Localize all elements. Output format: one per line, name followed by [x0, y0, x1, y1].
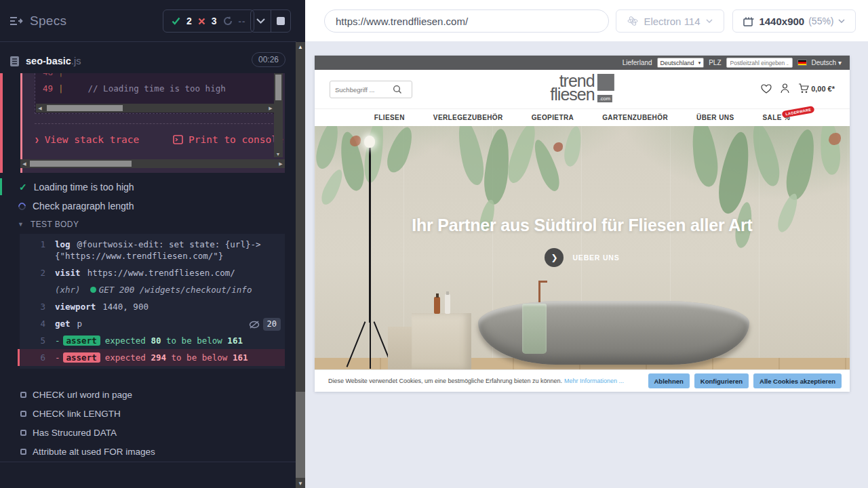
reporter-panel: Specs 2 3 -- seo-b	[0, 0, 305, 488]
test-row-running[interactable]: Check paragraph length	[0, 197, 296, 215]
code-line-partial: 48|	[35, 73, 275, 80]
command-body: (xhr)GET 200 /widgets/checkout/info	[55, 284, 281, 296]
scrollbar-thumb[interactable]	[296, 392, 305, 478]
scroll-left-icon[interactable]: ◀	[20, 161, 28, 167]
command-row-assert-passed[interactable]: 5 -assertexpected 80 to be below 161	[20, 332, 285, 349]
nav-item[interactable]: ÜBER UNS	[696, 114, 734, 121]
run-controls	[250, 9, 291, 33]
command-row[interactable]: 2 visithttps://www.trendfliesen.com/	[20, 264, 285, 281]
cookie-accept-button[interactable]: Alle Cookies akzeptieren	[753, 373, 842, 388]
scroll-down-icon[interactable]: ▼	[296, 481, 305, 487]
cookie-configure-button[interactable]: Konfigurieren	[694, 373, 749, 388]
status-dot-icon	[90, 287, 96, 293]
url-input[interactable]	[324, 9, 609, 33]
command-message: 1440, 900	[102, 302, 149, 312]
soap-bottle	[434, 297, 440, 314]
scroll-down-icon[interactable]: ▼	[274, 152, 282, 157]
failed-x-icon	[198, 18, 205, 25]
scroll-up-icon[interactable]: ▲	[296, 44, 305, 50]
search-input[interactable]	[330, 86, 393, 94]
passed-check-icon	[172, 17, 180, 25]
country-select[interactable]: Deutschland▾	[657, 58, 705, 68]
nav-item[interactable]: GEOPIETRA	[532, 114, 574, 121]
reporter-header: Specs 2 3 --	[0, 0, 296, 42]
leaf-decoration	[454, 126, 488, 187]
scroll-right-icon[interactable]: ▶	[277, 161, 285, 167]
chevron-down-icon	[706, 19, 713, 23]
scrollbar-thumb[interactable]	[47, 105, 123, 111]
reporter-scrollbar[interactable]: ▲ ▼	[296, 42, 305, 488]
pending-test-row[interactable]: Attribute alt used FOR images	[0, 442, 296, 461]
pending-checkbox-icon	[20, 449, 26, 455]
pending-test-row[interactable]: CHECK link LENGTH	[0, 404, 296, 423]
shipping-label: Lieferland	[623, 59, 652, 66]
bathtub	[478, 301, 749, 365]
test-row-passed[interactable]: ✓ Loading time is too high	[0, 178, 296, 196]
test-body-section-header[interactable]: ▼ TEST BODY	[0, 216, 296, 233]
error-vertical-scrollbar[interactable]: ▼	[274, 73, 283, 157]
specs-menu-icon[interactable]	[9, 16, 23, 26]
xhr-label: (xhr)	[55, 285, 81, 295]
site-logo[interactable]: trend fliesen .com	[550, 74, 614, 103]
cookie-decline-button[interactable]: Ablehnen	[648, 373, 690, 388]
search-icon[interactable]	[393, 85, 402, 94]
logo-line2: fliesen	[550, 87, 594, 101]
command-row-xhr[interactable]: (xhr)GET 200 /widgets/checkout/info	[20, 281, 285, 298]
stop-icon	[277, 17, 285, 25]
stop-button[interactable]	[271, 10, 291, 32]
pending-test-row[interactable]: Has Strucured DATA	[0, 423, 296, 442]
browser-label: Electron 114	[644, 16, 700, 27]
logo-square	[597, 74, 614, 91]
account-user-icon[interactable]	[781, 83, 789, 94]
print-to-console-link[interactable]: Print to console	[173, 134, 283, 145]
leaf-decoration	[318, 167, 347, 207]
code-horizontal-scrollbar[interactable]: ◀ ▶	[36, 104, 275, 113]
hero-cta-label: UEBER UNS	[572, 253, 619, 262]
nav-item[interactable]: GARTENZUBEHÖR	[602, 114, 668, 121]
code-line-number: 49	[35, 83, 58, 94]
nav-item[interactable]: FLIESEN	[374, 114, 405, 121]
cart-icon	[798, 83, 809, 94]
command-name: get	[55, 319, 71, 329]
spec-row[interactable]: seo-basic.js 00:26	[0, 51, 296, 71]
scrollbar-thumb[interactable]	[30, 161, 132, 167]
cart-button[interactable]: 0,00 €*	[798, 83, 835, 94]
command-row[interactable]: 1 log@fourtwosix-edit: set state: {url}-…	[20, 236, 285, 264]
pending-test-row[interactable]: CHECK url word in page	[0, 385, 296, 404]
lamp-bulb	[364, 136, 375, 148]
run-stats: 2 3 --	[163, 9, 254, 33]
nav-item-sale[interactable]: SALE %LAGERWARE	[762, 114, 790, 121]
language-selector[interactable]: Deutsch ▾	[812, 59, 842, 66]
viewport-selector[interactable]: 1440x900 (55%)	[732, 9, 856, 33]
plz-input[interactable]	[726, 58, 793, 68]
view-stack-trace-link[interactable]: ❯ View stack trace	[35, 134, 139, 145]
ruler-icon	[743, 16, 755, 26]
running-spinner-icon	[17, 201, 27, 211]
hero-cta-button[interactable]: ❯ UEBER UNS	[315, 248, 850, 267]
plz-label: PLZ	[709, 59, 721, 66]
scroll-left-icon[interactable]: ◀	[36, 106, 44, 111]
panel-divider	[0, 462, 296, 462]
command-row[interactable]: 4 getp 20	[20, 315, 285, 332]
command-body: getp	[55, 318, 281, 329]
wishlist-heart-icon[interactable]	[761, 84, 772, 94]
command-number: 1	[20, 239, 55, 262]
scrollbar-thumb[interactable]	[275, 75, 281, 100]
aut-header: Electron 114 1440x900 (55%)	[305, 0, 868, 42]
command-row[interactable]: 3 viewport1440, 900	[20, 298, 285, 315]
command-name: viewport	[55, 302, 96, 312]
collapse-button[interactable]	[251, 10, 271, 32]
error-code-frame: 48| 49 | // Loading time is too high ◀ ▶	[35, 73, 276, 114]
viewport-zoom: (55%)	[808, 16, 833, 26]
failed-count: 3	[212, 16, 217, 26]
command-row-assert-failed[interactable]: 6 -assertexpected 294 to be below 161	[18, 349, 285, 366]
hero-image: Ihr Partner aus Südtirol für Fliesen all…	[315, 126, 850, 369]
error-outer-horizontal-scrollbar[interactable]: ◀ ▶	[20, 159, 285, 168]
leaf-decoration	[562, 126, 584, 167]
command-message: @fourtwosix-edit: set state: {url}-> {"h…	[55, 239, 261, 261]
browser-selector[interactable]: Electron 114	[616, 9, 724, 33]
nav-item[interactable]: VERLEGEZUBEHÖR	[433, 114, 503, 121]
flower-decoration	[829, 133, 841, 145]
chevron-down-icon	[256, 18, 265, 24]
cookie-more-info-link[interactable]: Mehr Informationen ...	[564, 378, 624, 384]
